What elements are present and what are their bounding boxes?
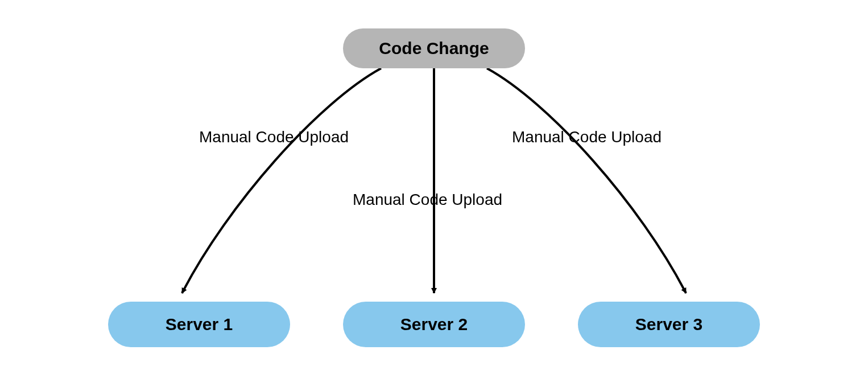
source-node: Code Change — [343, 28, 525, 68]
target-node-3: Server 3 — [578, 302, 760, 347]
target-node-1-label: Server 1 — [166, 315, 233, 334]
target-node-1: Server 1 — [108, 302, 290, 347]
edge-label-3: Manual Code Upload — [512, 128, 662, 146]
arrow-right — [487, 68, 686, 293]
target-node-2-label: Server 2 — [400, 315, 468, 334]
source-node-label: Code Change — [379, 39, 489, 58]
target-node-3-label: Server 3 — [635, 315, 702, 334]
edge-label-2: Manual Code Upload — [353, 191, 502, 209]
target-node-2: Server 2 — [343, 302, 525, 347]
deployment-diagram: Code Change Manual Code Upload Manual Co… — [0, 0, 868, 391]
arrow-left — [182, 68, 381, 293]
edge-label-1: Manual Code Upload — [199, 128, 349, 146]
